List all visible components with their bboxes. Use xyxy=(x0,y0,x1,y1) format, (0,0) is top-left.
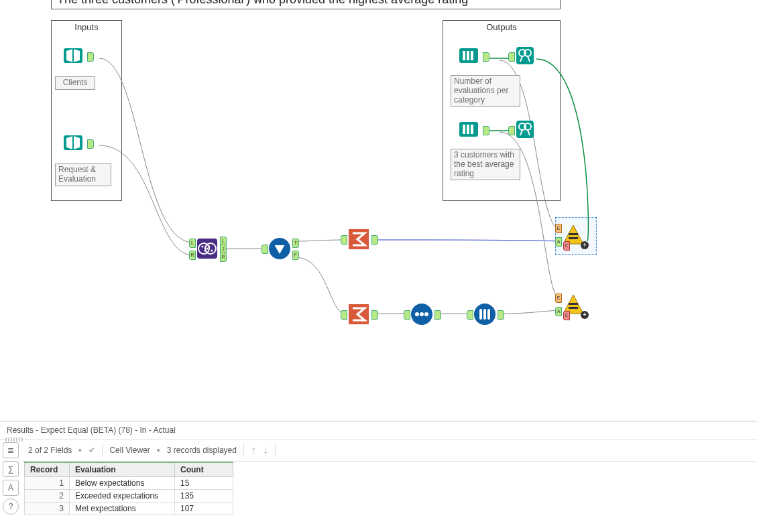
workflow-title-box: The three customers ('Professional') who… xyxy=(51,0,561,9)
ee2-anchor-a[interactable]: A xyxy=(555,307,562,316)
help-icon[interactable]: ? xyxy=(3,498,19,515)
up-arrow-icon[interactable]: ↑ xyxy=(251,444,256,456)
cell-count: 107 xyxy=(175,503,233,515)
input-tool-request-eval[interactable] xyxy=(62,131,84,156)
cell-count: 15 xyxy=(175,477,233,490)
expect-equal-tool-1[interactable]: + E A C xyxy=(562,224,585,249)
svg-rect-29 xyxy=(463,125,465,134)
sample-tool[interactable] xyxy=(473,303,496,328)
table-row[interactable]: 2 Exceeded expectations 135 xyxy=(25,490,233,503)
col-evaluation[interactable]: Evaluation xyxy=(70,462,175,477)
cell-viewer-label[interactable]: Cell Viewer xyxy=(109,446,150,455)
toolbar-separator xyxy=(102,444,103,457)
fields-dropdown-icon[interactable]: ▾ xyxy=(78,447,82,454)
cell-count: 135 xyxy=(175,490,233,503)
records-view-icon[interactable]: ≣ xyxy=(3,442,19,458)
browse-tool-1[interactable] xyxy=(515,46,535,68)
sample-in[interactable] xyxy=(467,310,473,320)
filter-anchor-in[interactable] xyxy=(261,245,268,254)
toolbar-separator-2 xyxy=(243,444,244,457)
svg-point-9 xyxy=(207,248,209,250)
expect-equal-tool-2[interactable]: + E A C xyxy=(562,293,585,318)
summarize2-out[interactable] xyxy=(371,310,378,320)
join-anchor-out-r[interactable]: R xyxy=(220,253,227,262)
output2-anchor[interactable] xyxy=(483,126,489,135)
svg-rect-22 xyxy=(463,51,465,60)
filter-anchor-t[interactable]: T xyxy=(292,239,299,248)
plus-badge-icon: + xyxy=(581,311,589,319)
results-title-text: Results - Expect Equal (BETA) (78) - In … xyxy=(7,425,176,435)
input-label-clients: Clients xyxy=(55,76,95,90)
svg-rect-18 xyxy=(479,309,482,320)
browse2-in[interactable] xyxy=(508,126,515,135)
svg-point-5 xyxy=(202,246,204,248)
summarize2-in[interactable] xyxy=(341,310,347,320)
col-record[interactable]: Record xyxy=(25,462,70,477)
input-tool-clients[interactable] xyxy=(62,44,84,69)
join-anchor-l[interactable]: L xyxy=(189,239,196,248)
input-label-request-eval: Request & Evaluation xyxy=(55,163,111,186)
results-side-icons: ≣ ∑ A ? xyxy=(0,440,21,517)
checkmark-icon[interactable]: ✔ xyxy=(89,446,95,455)
outputs-container-title: Outputs xyxy=(443,21,560,34)
filter-tool[interactable]: T F xyxy=(268,237,291,262)
svg-point-8 xyxy=(211,250,213,252)
ee1-anchor-c[interactable]: C xyxy=(563,241,570,251)
join-tool[interactable]: L R L J R xyxy=(196,237,219,262)
output-anchor[interactable] xyxy=(87,139,94,149)
summarize-tool-1[interactable] xyxy=(347,228,370,253)
svg-rect-19 xyxy=(483,309,486,320)
down-arrow-icon[interactable]: ↓ xyxy=(263,444,268,456)
plus-badge-icon: + xyxy=(581,241,589,249)
ee2-anchor-c[interactable]: C xyxy=(563,311,570,320)
cell-evaluation: Below expectations xyxy=(70,477,175,490)
records-summary: 3 records displayed xyxy=(167,446,237,455)
fields-summary[interactable]: 2 of 2 Fields xyxy=(28,446,72,455)
sort-out[interactable] xyxy=(434,310,441,320)
ee1-anchor-a[interactable]: A xyxy=(555,237,562,247)
inputs-container-title: Inputs xyxy=(52,21,121,34)
browse-tool-2[interactable] xyxy=(515,119,535,141)
summarize1-out[interactable] xyxy=(371,235,378,245)
cell-evaluation: Exceeded expectations xyxy=(70,490,175,503)
browse1-in[interactable] xyxy=(508,52,515,62)
svg-point-15 xyxy=(420,312,424,316)
filter-anchor-f[interactable]: F xyxy=(292,251,299,260)
table-row[interactable]: 1 Below expectations 15 xyxy=(25,477,233,490)
metadata-view-icon[interactable]: ∑ xyxy=(3,461,19,477)
summarize-tool-2[interactable] xyxy=(347,303,370,328)
output-label-2: 3 customers with the best average rating xyxy=(451,149,520,180)
cell-record: 3 xyxy=(25,503,70,515)
svg-rect-37 xyxy=(569,237,578,239)
svg-point-16 xyxy=(424,312,428,316)
svg-rect-23 xyxy=(467,51,469,60)
output-tool-1[interactable] xyxy=(457,44,480,69)
output-tool-2[interactable] xyxy=(457,118,480,143)
output-label-1: Number of evaluations per category xyxy=(451,75,520,107)
results-grid[interactable]: Record Evaluation Count 1 Below expectat… xyxy=(24,462,233,515)
cell-record: 1 xyxy=(25,477,70,490)
workflow-title: The three customers ('Professional') who… xyxy=(57,0,468,6)
cell-evaluation: Met expectations xyxy=(70,503,175,515)
sample-out[interactable] xyxy=(498,310,504,320)
svg-rect-36 xyxy=(569,233,578,235)
text-view-icon[interactable]: A xyxy=(3,480,19,496)
svg-rect-30 xyxy=(467,125,469,134)
cell-viewer-dropdown-icon[interactable]: ▾ xyxy=(157,447,160,454)
workflow-canvas[interactable]: The three customers ('Professional') who… xyxy=(0,0,757,421)
join-anchor-r[interactable]: R xyxy=(189,251,196,260)
output1-anchor[interactable] xyxy=(483,52,489,62)
summarize1-in[interactable] xyxy=(341,235,347,245)
panel-grip[interactable] xyxy=(5,438,24,442)
table-row[interactable]: 3 Met expectations 107 xyxy=(25,503,233,515)
output-anchor[interactable] xyxy=(87,52,94,62)
ee2-anchor-e[interactable]: E xyxy=(555,293,562,303)
results-panel: Results - Expect Equal (BETA) (78) - In … xyxy=(0,421,757,517)
col-count[interactable]: Count xyxy=(175,462,233,477)
ee1-anchor-e[interactable]: E xyxy=(555,224,562,233)
sort-tool[interactable] xyxy=(410,303,433,328)
sort-in[interactable] xyxy=(404,310,410,320)
svg-rect-31 xyxy=(471,125,473,134)
svg-rect-39 xyxy=(569,303,578,305)
toolbar-separator-3 xyxy=(275,444,276,457)
